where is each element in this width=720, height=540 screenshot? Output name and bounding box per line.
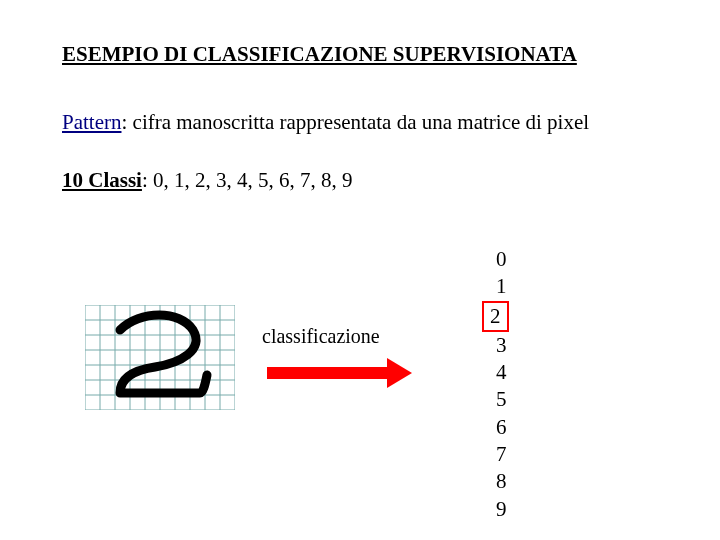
class-item: 9 [490,496,513,523]
class-item: 4 [490,359,513,386]
svg-rect-19 [267,367,389,379]
class-item: 0 [490,246,513,273]
classi-text: : 0, 1, 2, 3, 4, 5, 6, 7, 8, 9 [142,168,353,192]
class-item: 6 [490,414,513,441]
pattern-line: Pattern: cifra manoscritta rappresentata… [62,110,589,135]
class-item: 3 [490,332,513,359]
svg-marker-20 [387,358,412,388]
pixel-grid [85,305,235,416]
class-item: 1 [490,273,513,300]
class-item: 7 [490,441,513,468]
class-item: 2 [490,301,513,332]
classi-label: 10 Classi [62,168,142,192]
pattern-label: Pattern [62,110,121,134]
page-title: ESEMPIO DI CLASSIFICAZIONE SUPERVISIONAT… [62,42,577,67]
classification-label: classificazione [262,325,380,348]
class-item: 8 [490,468,513,495]
class-list: 0123456789 [490,246,513,523]
selected-class: 2 [482,301,509,332]
arrow-right-icon [267,358,412,394]
classi-line: 10 Classi: 0, 1, 2, 3, 4, 5, 6, 7, 8, 9 [62,168,353,193]
pattern-text: : cifra manoscritta rappresentata da una… [121,110,589,134]
handwritten-digit-icon [85,305,235,410]
class-item: 5 [490,386,513,413]
